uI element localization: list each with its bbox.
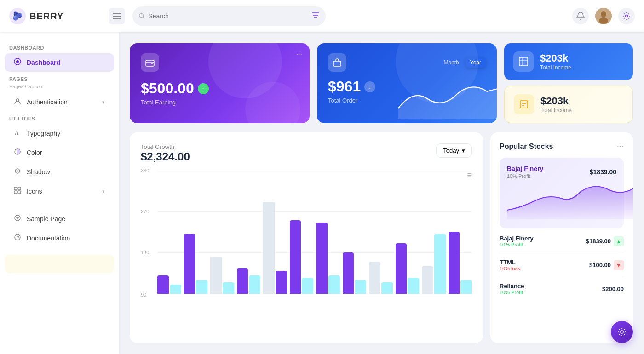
settings-button[interactable] (618, 8, 635, 24)
sidebar-item-color[interactable]: Color (5, 143, 114, 162)
growth-header: Total Growth $2,324.00 Today ▾ (141, 143, 472, 163)
bar (355, 280, 366, 294)
auth-icon (14, 97, 21, 107)
bar (249, 275, 260, 294)
income-amount-yellow: $203k (540, 95, 572, 107)
fab-button[interactable] (611, 321, 633, 343)
bar (343, 252, 354, 294)
sample-icon (14, 214, 21, 223)
stock-badge-1: ▲ (614, 236, 624, 246)
growth-title-area: Total Growth $2,324.00 (141, 143, 190, 163)
bar (157, 275, 169, 294)
popular-stocks-card: Popular Stocks ··· Bajaj Finery 10% Prof… (490, 132, 633, 343)
stocks-menu-icon[interactable]: ··· (617, 142, 624, 151)
stock-name-col-1: Bajaj Finery 10% Profit (500, 235, 534, 247)
search-input[interactable] (148, 12, 308, 20)
list-item: TTML 10% loss $100.00 ▼ (500, 259, 624, 277)
stock-name-col-2: TTML 10% loss (500, 259, 520, 271)
bell-button[interactable] (572, 8, 589, 24)
cards-row: ··· $500.00 ↑ Total Earning (130, 43, 633, 123)
bar (237, 268, 248, 294)
typography-icon: A (14, 129, 21, 138)
earning-card-icon (141, 53, 159, 72)
income-card-blue: $203k Total Income (504, 43, 633, 80)
sidebar-item-documentation[interactable]: ? Documentation (5, 229, 114, 247)
bar (290, 220, 301, 294)
stock-pct-2: 10% loss (500, 266, 520, 271)
sidebar-item-shadow-label: Shadow (27, 168, 50, 176)
sidebar-pages-caption: Pages Caption (0, 84, 119, 92)
svg-rect-21 (14, 187, 17, 190)
logo-area: 🫐 BERRY (9, 8, 101, 24)
growth-card: Total Growth $2,324.00 Today ▾ ≡ 360 270… (130, 132, 483, 343)
svg-rect-4 (113, 18, 121, 19)
bar (369, 262, 380, 294)
period-tabs: Month Year (439, 57, 486, 68)
register-icon (519, 99, 529, 109)
svg-point-40 (621, 331, 623, 333)
sidebar-item-sample-label: Sample Page (27, 215, 65, 223)
order-wave-chart (398, 79, 497, 119)
stock-pct-1: 10% Profit (500, 242, 534, 247)
bar (396, 243, 407, 294)
bar-group-7 (316, 223, 340, 294)
bar (196, 280, 207, 294)
bar-group-11 (422, 234, 446, 294)
hamburger-icon (113, 13, 121, 19)
earning-label: Total Earning (141, 99, 299, 106)
sidebar-item-icons[interactable]: Icons ▾ (5, 182, 114, 200)
chart-bars (157, 171, 472, 295)
sidebar-section-dashboard: Dashboard (0, 41, 119, 52)
bar-group-10 (396, 243, 420, 294)
today-button[interactable]: Today ▾ (436, 143, 472, 158)
bar (408, 278, 419, 294)
earning-card: ··· $500.00 ↑ Total Earning (130, 43, 310, 123)
svg-rect-22 (18, 187, 21, 190)
sidebar-item-shadow[interactable]: Shadow (5, 163, 114, 181)
income-label-yellow: Total Income (540, 107, 572, 114)
income-icon-yellow (514, 94, 534, 114)
bar (422, 266, 433, 294)
svg-rect-2 (113, 13, 121, 14)
gear-fab-icon (617, 327, 627, 337)
featured-stock-profit: 10% Profit (507, 173, 543, 179)
chevron-down-icon: ▾ (102, 188, 105, 194)
filter-button[interactable] (312, 12, 319, 20)
bar (448, 232, 460, 294)
bar (276, 271, 287, 294)
order-card: Month Year $961 ↓ Total Order (317, 43, 497, 123)
logo-icon: 🫐 (9, 8, 26, 24)
stock-pct-3: 10% Profit (500, 290, 524, 295)
period-year-tab[interactable]: Year (466, 57, 486, 68)
bar-group-4 (237, 268, 261, 294)
sidebar-item-typography[interactable]: A Typography (5, 124, 114, 143)
bar (184, 234, 196, 294)
avatar[interactable] (595, 8, 612, 24)
svg-rect-37 (520, 101, 528, 108)
featured-chart-svg (507, 183, 633, 219)
sidebar-item-sample[interactable]: Sample Page (5, 210, 114, 228)
earning-card-menu[interactable]: ··· (296, 51, 302, 59)
period-month-tab[interactable]: Month (439, 57, 463, 68)
svg-point-12 (599, 17, 608, 24)
stock-name-col-3: Reliance 10% Profit (500, 283, 524, 295)
search-icon (139, 13, 144, 19)
hamburger-button[interactable] (109, 8, 125, 24)
bar (223, 282, 234, 294)
wallet-icon (145, 58, 155, 67)
featured-stock-price: $1839.00 (590, 168, 616, 176)
sidebar-item-authentication[interactable]: Authentication ▾ (5, 93, 114, 111)
income-amount-blue: $203k (540, 52, 571, 64)
bottom-row: Total Growth $2,324.00 Today ▾ ≡ 360 270… (130, 132, 633, 343)
stock-price-col-1: $1839.00 ▲ (586, 236, 624, 246)
income-icon-blue (513, 51, 534, 72)
bar (210, 257, 222, 294)
order-card-top: Month Year (328, 53, 486, 72)
earning-trend-badge: ↑ (198, 83, 209, 94)
sidebar-item-dashboard[interactable]: Dashboard (5, 53, 114, 72)
bar-group-5 (263, 202, 287, 294)
stock-price-col-2: $100.00 ▼ (589, 260, 624, 270)
stock-list: Bajaj Finery 10% Profit $1839.00 ▲ TTML … (500, 235, 624, 295)
gear-icon (622, 12, 631, 20)
svg-rect-3 (113, 16, 121, 17)
